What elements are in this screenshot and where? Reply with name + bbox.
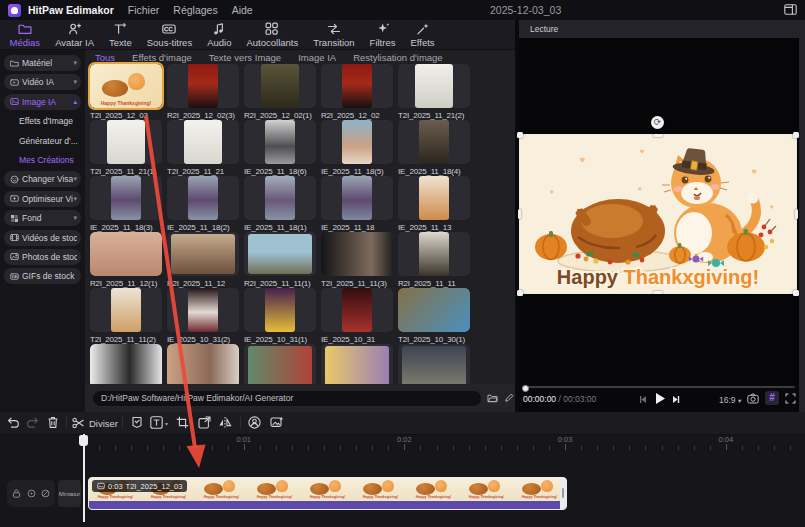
sidebar-item-vid-o-ia[interactable]: Vidéo IA ▾ [4, 74, 81, 90]
media-item-ie-2025-11-18-3-[interactable]: IE_2025_11_18(3) [90, 176, 162, 232]
track-mute-icon[interactable] [41, 489, 50, 498]
media-item-t2i-2025-11-21-1-[interactable]: T2I_2025_11_21(1) [90, 120, 162, 176]
sidebar-item-photos-de-stock[interactable]: Photos de stock [4, 249, 81, 265]
text-tool-icon[interactable] [150, 416, 163, 429]
media-item-ie-2025-11-18[interactable]: IE_2025_11_18 [321, 176, 393, 232]
sidebar-item-mat-riel[interactable]: Matériel ▾ [4, 55, 81, 71]
fullscreen-icon[interactable] [785, 393, 796, 404]
media-item-ie-2025-10-31-2-[interactable]: IE_2025_10_31(2) [167, 288, 239, 344]
menu-aide[interactable]: Aide [232, 4, 253, 16]
clip-trim-handle-right[interactable] [560, 478, 566, 509]
sidebar-item-image-ia[interactable]: Image IA ▴ [4, 94, 81, 110]
selection-handle-bottom[interactable] [653, 291, 663, 294]
delete-trash-icon[interactable] [47, 416, 59, 429]
selection-handle-right[interactable] [795, 209, 798, 219]
media-item-ie-2025-10-31[interactable]: IE_2025_10_31 [321, 288, 393, 344]
track-lock-icon[interactable] [12, 489, 21, 498]
media-item-r2i-2025-11-12-1-[interactable]: R2I_2025_11_12(1) [90, 232, 162, 288]
folder-path-input[interactable]: D:/HitPaw Software/HitPaw Edimakor/AI Ge… [93, 391, 481, 406]
redo-icon[interactable] [26, 416, 40, 429]
library-tab-effets-d-image[interactable]: Effets d'image [132, 52, 192, 63]
ribbon-tab-transition[interactable]: Transition [306, 20, 362, 49]
ribbon-tab-filtres[interactable]: Filtres [362, 20, 403, 49]
sidebar-item-optimiseur-vi[interactable]: Optimiseur Vi... ▾ [4, 191, 81, 207]
menu-reglages[interactable]: Réglages [173, 4, 217, 16]
media-item-ie-2025-11-18-5-[interactable]: IE_2025_11_18(5) [321, 120, 393, 176]
mirror-flip-icon[interactable] [218, 416, 232, 429]
media-item-r2i-2025-12-02-3-[interactable]: R2I_2025_12_02(3) [167, 64, 239, 120]
sidebar-item-vid-os-de-stock[interactable]: Vidéos de stock [4, 230, 81, 246]
media-item-r2i-2025-11-12[interactable]: R2I_2025_11_12 [167, 232, 239, 288]
menu-fichier[interactable]: Fichier [128, 4, 160, 16]
media-item-ie-2025-11-18-2-[interactable]: IE_2025_11_18(2) [167, 176, 239, 232]
ribbon-tab-autocollants[interactable]: Autocollants [239, 20, 306, 49]
track-monitor-icon[interactable] [27, 489, 36, 498]
sidebar-item-gifs-de-stock[interactable]: GIFs de stock [4, 268, 81, 284]
grid-overlay-toggle-icon[interactable]: # [765, 391, 779, 405]
split-label[interactable]: Diviser [89, 418, 118, 429]
sidebar-item-effets-d-image[interactable]: Effets d'Image [4, 113, 85, 129]
media-item-ie-2025-11-13[interactable]: IE_2025_11_13 [398, 176, 470, 232]
preview-canvas[interactable]: Happy Thankxgiving! ⟳ [519, 38, 799, 384]
media-item-r2i-2025-11-11[interactable]: R2I_2025_11_11 [398, 232, 470, 288]
sidebar-item-changer-visa[interactable]: Changer Visa... ▾ [4, 171, 81, 187]
export-frame-icon[interactable] [198, 416, 211, 429]
ribbon-tab-audio[interactable]: Audio [200, 20, 239, 49]
sidebar-item-fond[interactable]: Fond ▾ [4, 210, 81, 226]
selection-handle-left[interactable] [518, 209, 521, 219]
undo-icon[interactable] [6, 416, 20, 429]
media-item-t2i-2025-11-11-2-[interactable]: T2I_2025_11_11(2) [90, 288, 162, 344]
avatar-person-icon[interactable] [248, 416, 261, 429]
media-item-t2i-2025-12-03[interactable]: Happy Thankxgiving!T2I_2025_12_03 [90, 64, 162, 120]
selection-handle-bottom-right[interactable] [793, 290, 799, 296]
selection-handle-top-left[interactable] [517, 132, 523, 138]
seek-slider-handle[interactable] [522, 385, 529, 392]
ribbon-tab-texte[interactable]: Texte [102, 20, 140, 49]
media-item-ie-2025-11-18-4-[interactable]: IE_2025_11_18(4) [398, 120, 470, 176]
media-item-ie-2025-11-18-1-[interactable]: IE_2025_11_18(1) [244, 176, 316, 232]
next-frame-button[interactable] [671, 395, 680, 404]
split-scissors-icon[interactable] [72, 417, 85, 429]
library-tab-tous[interactable]: Tous [95, 52, 115, 63]
avatar-icon [68, 22, 82, 36]
library-tab-texte-vers-image[interactable]: Texte vers Image [209, 52, 281, 63]
rotate-handle-icon[interactable]: ⟳ [651, 116, 664, 129]
ribbon-tab-avatar-ia[interactable]: Avatar IA [48, 20, 102, 49]
ribbon-tab-effets[interactable]: Effets [403, 20, 442, 49]
media-item-r2i-2025-11-11-1-[interactable]: R2I_2025_11_11(1) [244, 232, 316, 288]
seek-slider[interactable] [522, 386, 795, 388]
selection-handle-top[interactable] [653, 134, 663, 137]
chevron-down-icon[interactable]: ▾ [165, 420, 168, 427]
media-item-t2i-2025-11-21[interactable]: T2I_2025_11_21 [167, 120, 239, 176]
selection-handle-bottom-left[interactable] [517, 290, 523, 296]
ribbon-tab-sous-titres[interactable]: Sous-titres [139, 20, 199, 49]
media-item-ie-2025-10-31-1-[interactable]: IE_2025_10_31(1) [244, 288, 316, 344]
media-item-r2i-2025-12-02-1-[interactable]: R2I_2025_12_02(1) [244, 64, 316, 120]
media-item-ie-2025-11-18-6-[interactable]: IE_2025_11_18(6) [244, 120, 316, 176]
timeline-ruler[interactable]: 0:010:020:030:04 [0, 434, 805, 452]
preview-image-thanksgiving-cat[interactable]: Happy Thankxgiving! [520, 135, 796, 293]
add-image-icon[interactable] [270, 416, 284, 429]
collapsed-right-panel[interactable] [799, 20, 805, 412]
open-folder-icon[interactable] [487, 393, 498, 403]
layout-panels-icon[interactable] [784, 4, 797, 15]
previous-frame-button[interactable] [639, 395, 648, 404]
snapshot-camera-icon[interactable] [747, 393, 759, 404]
media-item-t2i-2025-11-21-2-[interactable]: T2I_2025_11_21(2) [398, 64, 470, 120]
crop-icon[interactable] [176, 416, 189, 429]
media-item-t2i-2025-10-30-1-[interactable]: T2I_2025_10_30(1) [398, 288, 470, 344]
selection-handle-top-right[interactable] [793, 132, 799, 138]
timeline-clip[interactable]: Happy Thankxgiving! Happy Thankxgiving! … [88, 477, 567, 510]
library-tab-restylisation-d-image[interactable]: Restylisation d'image [353, 52, 442, 63]
media-item-r2i-2025-12-02[interactable]: R2I_2025_12_02 [321, 64, 393, 120]
aspect-ratio-dropdown[interactable]: 16:9 ▾ [719, 395, 741, 405]
track-thumbnail-toggle[interactable]: Miniatur [58, 480, 81, 507]
sidebar-item-mes-cr-ations[interactable]: Mes Créations [4, 152, 85, 168]
marker-badge-icon[interactable] [131, 416, 143, 429]
library-tab-image-ia[interactable]: Image IA [298, 52, 336, 63]
sidebar-item-g-n-rateur-d[interactable]: Générateur d'... [4, 133, 85, 149]
ribbon-tab-m-dias[interactable]: Médias [2, 20, 48, 49]
edit-pen-icon[interactable] [504, 393, 514, 403]
media-item-t2i-2025-11-11-3-[interactable]: T2I_2025_11_11(3) [321, 232, 393, 288]
play-button[interactable] [654, 392, 666, 405]
